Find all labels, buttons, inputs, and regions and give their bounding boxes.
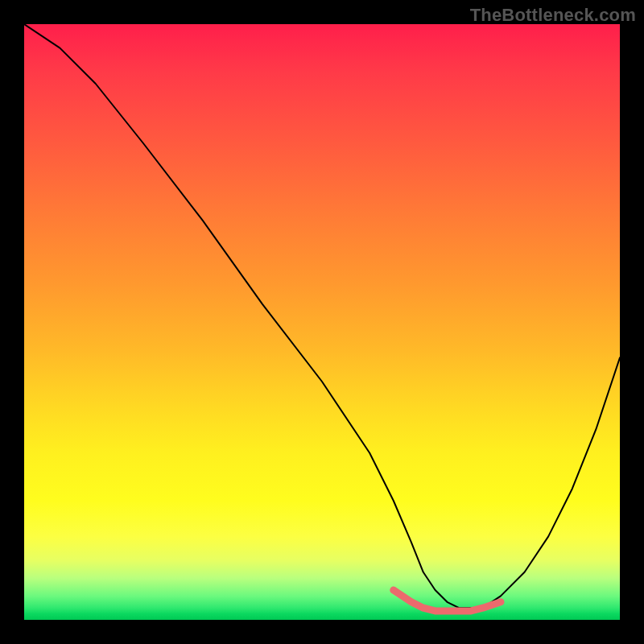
plot-area	[24, 24, 620, 620]
bottleneck-curve	[24, 24, 620, 608]
watermark-text: TheBottleneck.com	[470, 5, 636, 26]
curve-layer	[24, 24, 620, 620]
chart-container: TheBottleneck.com	[0, 0, 644, 644]
optimal-range-marker	[394, 590, 501, 611]
